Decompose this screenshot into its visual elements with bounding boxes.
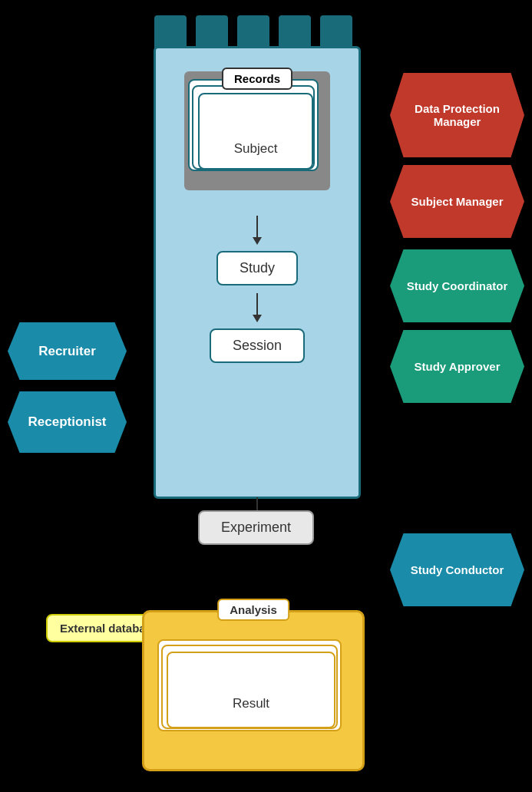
analysis-area: Analysis Result — [142, 610, 365, 775]
tower-body: Subject Records Study Session — [154, 46, 361, 499]
receptionist-role: Receptionist — [8, 391, 127, 453]
subject-label: Subject — [234, 141, 278, 157]
arrow-study-to-session — [256, 293, 258, 316]
result-stack: Result — [157, 633, 349, 752]
result-card-3: Result — [167, 652, 335, 728]
study-coordinator-role: Study Coordinator — [390, 249, 524, 322]
study-conductor-role: Study Conductor — [390, 533, 524, 606]
session-box: Session — [210, 328, 305, 363]
records-label: Records — [222, 68, 292, 90]
study-box: Study — [216, 251, 298, 285]
data-protection-manager-role: Data Protection Manager — [390, 73, 524, 157]
stack-card-3: Subject — [198, 93, 313, 170]
records-stack: Subject Records — [184, 71, 330, 202]
analysis-label: Analysis — [217, 599, 289, 621]
recruiter-role: Recruiter — [8, 322, 127, 380]
arrow-records-to-study — [256, 216, 258, 239]
experiment-box: Experiment — [198, 510, 314, 545]
study-approver-role: Study Approver — [390, 330, 524, 403]
result-label: Result — [233, 696, 269, 711]
subject-manager-role: Subject Manager — [390, 165, 524, 238]
